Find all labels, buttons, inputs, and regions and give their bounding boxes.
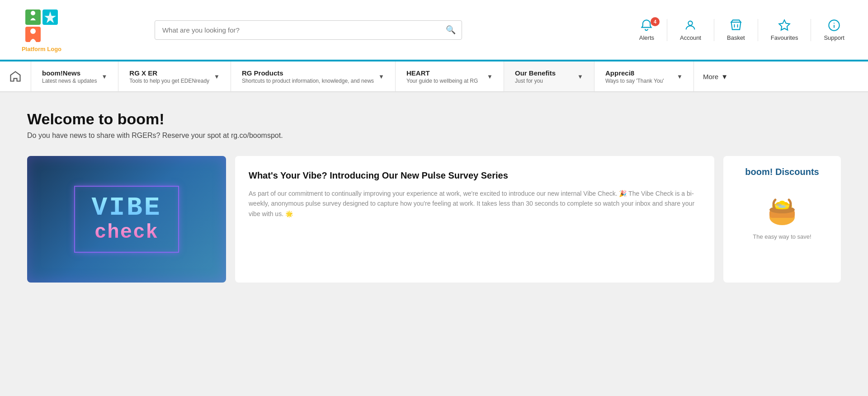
nav-boomnews-title: boom!News — [42, 69, 97, 77]
logo-label: Platform Logo — [22, 46, 61, 52]
svg-point-7 — [689, 21, 693, 25]
vibe-check-card[interactable]: VIBE check — [27, 156, 226, 283]
discounts-subtitle: The easy way to save! — [753, 233, 811, 240]
welcome-title: Welcome to boom! — [27, 110, 841, 128]
nav-item-appreci8[interactable]: Appreci8 Ways to say 'Thank You' ▼ — [594, 61, 694, 91]
platform-logo-icon — [24, 8, 60, 44]
svg-point-4 — [30, 28, 36, 34]
nav-boomnews-subtitle: Latest news & updates — [42, 78, 97, 84]
favourites-label: Favourites — [771, 34, 798, 41]
nav-more-button[interactable]: More ▼ — [694, 61, 737, 91]
account-button[interactable]: Account — [667, 19, 714, 41]
nav-rgxer-chevron: ▼ — [214, 73, 220, 80]
svg-marker-8 — [779, 20, 789, 30]
basket-button[interactable]: Basket — [714, 19, 758, 41]
navbar: boom!News Latest news & updates ▼ RG X E… — [0, 61, 868, 92]
search-input[interactable] — [155, 20, 462, 40]
vibe-text-check: check — [91, 221, 161, 244]
nav-item-ourbenefits[interactable]: Our Benefits Just for you ▼ — [504, 61, 594, 91]
nav-more-label: More — [703, 73, 718, 80]
search-bar[interactable]: 🔍 — [155, 20, 462, 40]
nav-more-chevron: ▼ — [721, 73, 728, 80]
nav-ourbenefits-subtitle: Just for you — [515, 78, 573, 84]
favourites-icon — [778, 19, 791, 32]
favourites-button[interactable]: Favourites — [758, 19, 811, 41]
logo-area[interactable]: Platform Logo — [11, 8, 72, 52]
vibe-text-vibe: VIBE — [91, 195, 161, 221]
account-label: Account — [680, 34, 701, 41]
alerts-label: Alerts — [639, 34, 654, 41]
vibe-content: VIBE check — [65, 177, 188, 262]
nav-ourbenefits-title: Our Benefits — [515, 69, 573, 77]
nav-rgproducts-chevron: ▼ — [378, 73, 384, 80]
svg-point-19 — [776, 204, 782, 206]
support-button[interactable]: Support — [811, 19, 857, 41]
nav-item-rgproducts[interactable]: RG Products Shortcuts to product informa… — [231, 61, 396, 91]
nav-ourbenefits-chevron: ▼ — [577, 73, 583, 80]
account-icon — [684, 19, 697, 32]
nav-heart-subtitle: Your guide to wellbeing at RG — [406, 78, 482, 84]
welcome-subtitle: Do you have news to share with RGERs? Re… — [27, 132, 841, 140]
main-content: Welcome to boom! Do you have news to sha… — [0, 92, 868, 363]
nav-item-heart[interactable]: HEART Your guide to wellbeing at RG ▼ — [396, 61, 504, 91]
article-card[interactable]: What's Your Vibe? Introducing Our New Pu… — [235, 156, 714, 283]
header-icons: 4 Alerts Account Basket — [627, 19, 857, 41]
nav-appreci8-chevron: ▼ — [677, 73, 683, 80]
nav-boomnews-chevron: ▼ — [101, 73, 107, 80]
support-icon — [828, 19, 840, 32]
discounts-card[interactable]: boom! Discounts — [723, 156, 841, 283]
article-title: What's Your Vibe? Introducing Our New Pu… — [249, 170, 701, 181]
content-grid: VIBE check What's Your Vibe? Introducing… — [27, 156, 841, 283]
basket-icon — [730, 19, 742, 32]
svg-point-5 — [31, 11, 35, 15]
nav-appreci8-title: Appreci8 — [605, 69, 672, 77]
discounts-title: boom! Discounts — [745, 167, 819, 177]
nav-heart-title: HEART — [406, 69, 482, 77]
nav-item-rgxer[interactable]: RG X ER Tools to help you get EDENready … — [118, 61, 231, 91]
home-icon — [9, 70, 22, 83]
article-body: As part of our commitment to continually… — [249, 189, 701, 219]
discounts-pot-icon — [762, 186, 802, 227]
basket-label: Basket — [727, 34, 745, 41]
nav-heart-chevron: ▼ — [487, 73, 493, 80]
alerts-badge: 4 — [651, 17, 660, 26]
nav-rgproducts-title: RG Products — [242, 69, 374, 77]
nav-rgproducts-subtitle: Shortcuts to product information, knowle… — [242, 78, 374, 84]
vibe-neon-box: VIBE check — [74, 186, 179, 253]
home-nav-button[interactable] — [0, 61, 31, 91]
alerts-button[interactable]: 4 Alerts — [627, 19, 667, 41]
search-icon: 🔍 — [446, 25, 456, 35]
nav-item-boomnews[interactable]: boom!News Latest news & updates ▼ — [31, 61, 118, 91]
header: Platform Logo 🔍 4 Alerts Account — [0, 0, 868, 61]
nav-rgxer-subtitle: Tools to help you get EDENready — [129, 78, 209, 84]
nav-appreci8-subtitle: Ways to say 'Thank You' — [605, 78, 672, 84]
nav-rgxer-title: RG X ER — [129, 69, 209, 77]
support-label: Support — [824, 34, 844, 41]
